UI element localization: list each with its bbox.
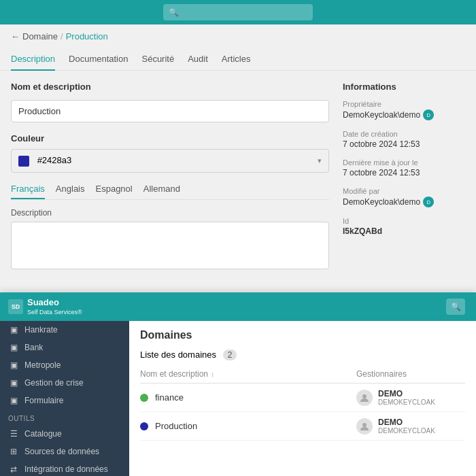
info-panel: Informations Propriétaire DemoKeycloak\d… bbox=[343, 82, 465, 271]
search-icon: 🔍 bbox=[451, 302, 461, 311]
sidebar-item-catalogue[interactable]: ☰ Catalogue bbox=[0, 425, 129, 443]
main-tabs: Description Documentation Sécurité Audit… bbox=[0, 48, 476, 71]
color-picker[interactable]: #2428a3 ▾ bbox=[11, 149, 329, 173]
id-value: I5kZQABd bbox=[343, 226, 465, 236]
name-section: Nom et description bbox=[11, 82, 329, 122]
tab-description[interactable]: Description bbox=[11, 48, 55, 71]
form-area: Nom et description Couleur #2428a3 ▾ Fra… bbox=[11, 82, 329, 271]
domain-manager-finance: DEMO DEMOKEYCLOAK bbox=[356, 389, 465, 406]
description-textarea[interactable] bbox=[11, 222, 329, 269]
search-container[interactable]: 🔍 bbox=[163, 4, 313, 20]
col-name-header: Nom et description ↕ bbox=[140, 369, 356, 379]
domain-dot-finance bbox=[140, 394, 148, 402]
lang-tab-german[interactable]: Allemand bbox=[143, 184, 180, 199]
sidebar-item-sources[interactable]: ⊞ Sources de données bbox=[0, 443, 129, 460]
name-input[interactable] bbox=[11, 100, 329, 122]
domain-name-production[interactable]: Production bbox=[155, 421, 356, 431]
manager-avatar-finance bbox=[356, 390, 373, 406]
last-update-value: 7 octobre 2024 12:53 bbox=[343, 168, 465, 177]
lang-tab-english[interactable]: Anglais bbox=[56, 184, 85, 199]
sidebar-item-gestion[interactable]: ▣ Gestion de crise bbox=[0, 374, 129, 392]
color-swatch bbox=[18, 156, 29, 167]
square-icon: ▣ bbox=[8, 325, 19, 335]
sidebar-item-integration[interactable]: ⇄ Intégration de données bbox=[0, 460, 129, 476]
domain-row-production: Production DEMO DEMOKEYCLOAK bbox=[140, 412, 465, 441]
color-hex-value: #2428a3 bbox=[37, 155, 72, 165]
manager-avatar-production bbox=[356, 418, 373, 435]
manager-info-production: DEMO DEMOKEYCLOAK bbox=[378, 418, 435, 435]
manager-sub-finance: DEMOKEYCLOAK bbox=[378, 398, 435, 406]
creation-label: Date de création bbox=[343, 130, 465, 138]
breadcrumb-separator: / bbox=[61, 31, 63, 41]
modified-label: Modifié par bbox=[343, 187, 465, 195]
top-window: 🔍 ← Domaine / Production Description Doc… bbox=[0, 0, 476, 282]
chevron-down-icon: ▾ bbox=[318, 156, 322, 165]
creation-item: Date de création 7 octobre 2024 12:53 bbox=[343, 130, 465, 149]
owner-label: Propriétaire bbox=[343, 100, 465, 108]
owner-avatar: D bbox=[423, 109, 434, 120]
back-button[interactable]: ← bbox=[11, 31, 20, 41]
domain-dot-production bbox=[140, 422, 148, 430]
tab-documentation[interactable]: Documentation bbox=[69, 48, 128, 71]
domain-manager-production: DEMO DEMOKEYCLOAK bbox=[356, 418, 465, 435]
description-section: Description bbox=[11, 208, 329, 271]
domains-table-header: Nom et description ↕ Gestionnaires bbox=[140, 365, 465, 384]
manager-sub-production: DEMOKEYCLOAK bbox=[378, 427, 435, 435]
sidebar-item-metropole[interactable]: ▣ Metropole bbox=[0, 356, 129, 374]
square-icon: ▣ bbox=[8, 343, 19, 352]
modified-item: Modifié par DemoKeycloak\demo D bbox=[343, 187, 465, 207]
tab-articles[interactable]: Articles bbox=[222, 48, 251, 71]
svg-point-0 bbox=[362, 394, 367, 398]
main-panel: 🔍 Domaines Liste des domaines 2 Nom et d… bbox=[129, 292, 476, 476]
lang-tab-spanish[interactable]: Espagnol bbox=[96, 184, 133, 199]
lang-tab-french[interactable]: Français bbox=[11, 184, 45, 199]
breadcrumb: ← Domaine / Production bbox=[0, 24, 476, 48]
content-wrapper: Nom et description Couleur #2428a3 ▾ Fra… bbox=[0, 71, 476, 282]
arrows-icon: ⇄ bbox=[8, 464, 19, 474]
creation-value: 7 octobre 2024 12:53 bbox=[343, 139, 465, 149]
description-label: Description bbox=[11, 208, 329, 218]
sidebar: SD Suadeo Self Data Services® ▣ Hankrate… bbox=[0, 292, 129, 476]
modified-avatar: D bbox=[423, 197, 434, 207]
language-tabs: Français Anglais Espagnol Allemand bbox=[11, 184, 329, 200]
last-update-item: Dernière mise à jour le 7 octobre 2024 1… bbox=[343, 158, 465, 177]
sidebar-item-hankrate[interactable]: ▣ Hankrate bbox=[0, 321, 129, 339]
manager-name-production: DEMO bbox=[378, 418, 435, 427]
sidebar-item-bank[interactable]: ▣ Bank bbox=[0, 339, 129, 356]
main-top-bar: 🔍 bbox=[129, 292, 476, 321]
id-label: Id bbox=[343, 217, 465, 225]
domain-name-finance[interactable]: finance bbox=[155, 392, 356, 403]
domains-list-header: Liste des domaines 2 bbox=[140, 350, 465, 360]
main-panel-content: Domaines Liste des domaines 2 Nom et des… bbox=[129, 321, 476, 449]
search-icon: 🔍 bbox=[169, 7, 179, 17]
tab-securite[interactable]: Sécurité bbox=[141, 48, 174, 71]
breadcrumb-root[interactable]: Domaine bbox=[22, 31, 58, 41]
sort-icon[interactable]: ↕ bbox=[211, 371, 214, 378]
sidebar-logo: SD Suadeo Self Data Services® bbox=[8, 297, 82, 317]
domains-title: Domaines bbox=[140, 329, 465, 341]
tab-audit[interactable]: Audit bbox=[188, 48, 208, 71]
last-update-label: Dernière mise à jour le bbox=[343, 158, 465, 167]
sidebar-header: SD Suadeo Self Data Services® bbox=[0, 292, 129, 321]
square-icon: ▣ bbox=[8, 360, 19, 370]
manager-name-finance: DEMO bbox=[378, 389, 435, 398]
name-section-title: Nom et description bbox=[11, 82, 329, 92]
breadcrumb-current: Production bbox=[66, 31, 108, 41]
main-search-box[interactable]: 🔍 bbox=[446, 299, 465, 315]
list-icon: ☰ bbox=[8, 429, 19, 439]
logo-icon: SD bbox=[8, 299, 23, 314]
tools-label: Outils bbox=[0, 409, 129, 425]
color-section-title: Couleur bbox=[11, 133, 329, 143]
domain-row-finance: finance DEMO DEMOKEYCLOAK bbox=[140, 384, 465, 412]
sidebar-item-formulaire[interactable]: ▣ Formulaire bbox=[0, 392, 129, 409]
modified-value: DemoKeycloak\demo D bbox=[343, 197, 465, 207]
owner-value: DemoKeycloak\demo D bbox=[343, 109, 465, 120]
square-icon: ▣ bbox=[8, 396, 19, 405]
square-icon: ▣ bbox=[8, 378, 19, 388]
domains-count-badge: 2 bbox=[223, 350, 237, 360]
color-section: Couleur #2428a3 ▾ bbox=[11, 133, 329, 173]
owner-item: Propriétaire DemoKeycloak\demo D bbox=[343, 100, 465, 120]
second-window: SD Suadeo Self Data Services® ▣ Hankrate… bbox=[0, 292, 476, 476]
grid-icon: ⊞ bbox=[8, 447, 19, 456]
logo-text: Suadeo Self Data Services® bbox=[27, 297, 82, 317]
